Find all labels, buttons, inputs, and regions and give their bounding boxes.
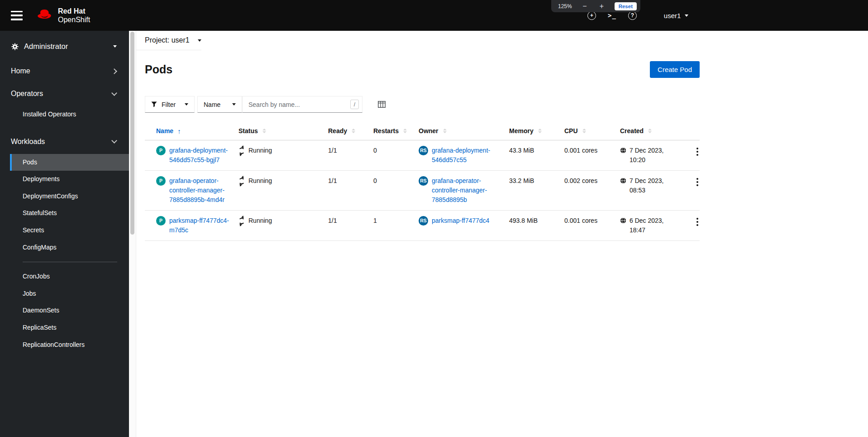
pod-created-cell: 7 Dec 2023, 08:53 (620, 176, 683, 195)
column-label: Memory (509, 127, 534, 134)
sidebar-item-pods[interactable]: Pods (10, 154, 129, 171)
filter-icon (151, 101, 157, 107)
kebab-menu-button[interactable] (696, 176, 698, 186)
sidebar-item-workloads[interactable]: Workloads (0, 130, 129, 153)
perspective-switcher[interactable]: Administrator (0, 31, 129, 60)
help-button[interactable]: ? (628, 11, 637, 20)
sidebar-scrollbar-thumb[interactable] (130, 32, 134, 235)
sidebar-item-cronjobs[interactable]: CronJobs (10, 268, 129, 285)
sidebar-item-deploymentconfigs[interactable]: DeploymentConfigs (10, 188, 129, 205)
column-header-owner[interactable]: Owner (419, 127, 509, 134)
status-text: Running (248, 146, 272, 155)
sidebar-divider (23, 262, 117, 262)
replicaset-badge: RS (419, 176, 428, 186)
workloads-sublist-wrap: Pods Deployments DeploymentConfigs State… (0, 154, 129, 354)
status-text: Running (248, 216, 272, 226)
project-selector-label: Project: user1 (145, 36, 190, 44)
sidebar-section-label: Operators (11, 90, 43, 98)
pod-link[interactable]: grafana-operator-controller-manager-7885… (169, 176, 233, 205)
sidebar-item-replicationcontrollers[interactable]: ReplicationControllers (10, 336, 129, 354)
globe-icon (620, 147, 626, 154)
user-menu[interactable]: user1 (664, 12, 689, 19)
created-text: 6 Dec 2023, 18:47 (630, 216, 678, 235)
main-content: Project: user1 Pods Create Pod Filter Na… (136, 31, 868, 437)
column-header-name[interactable]: Name ↑ (156, 127, 238, 135)
created-text: 7 Dec 2023, 10:20 (630, 146, 678, 165)
status-text: Running (248, 176, 272, 186)
hamburger-bar (11, 19, 23, 20)
kebab-menu-button[interactable] (696, 216, 698, 226)
column-header-status[interactable]: Status (238, 127, 328, 134)
manage-columns-button[interactable] (378, 101, 386, 108)
create-pod-button[interactable]: Create Pod (650, 61, 700, 78)
search-attribute-dropdown[interactable]: Name (197, 96, 242, 113)
pod-created-cell: 7 Dec 2023, 10:20 (620, 146, 683, 165)
quick-add-button[interactable]: + (587, 11, 596, 20)
chevron-right-icon (111, 68, 117, 74)
sidebar-item-operators[interactable]: Operators (0, 82, 129, 105)
hamburger-bar (11, 14, 23, 16)
hamburger-bar (11, 11, 23, 13)
pod-badge: P (156, 146, 166, 155)
column-header-memory[interactable]: Memory (509, 127, 564, 134)
sidebar-scrollbar (129, 31, 136, 437)
columns-icon (378, 101, 386, 108)
owner-link[interactable]: grafana-deployment-546dd57c55 (432, 146, 504, 165)
pod-link[interactable]: parksmap-ff7477dc4-m7d5c (169, 216, 233, 235)
sidebar-item-configmaps[interactable]: ConfigMaps (10, 239, 129, 256)
sort-icon (262, 129, 266, 133)
plus-circle-icon: + (587, 11, 596, 20)
pod-restarts-cell: 0 (373, 146, 419, 155)
chevron-down-icon (111, 138, 117, 144)
column-label: Restarts (373, 127, 399, 134)
owner-link[interactable]: grafana-operator-controller-manager-7885… (432, 176, 504, 205)
sidebar-item-secrets[interactable]: Secrets (10, 222, 129, 239)
column-header-restarts[interactable]: Restarts (373, 127, 419, 134)
sort-icon (648, 129, 652, 133)
column-header-cpu[interactable]: CPU (564, 127, 620, 134)
owner-link[interactable]: parksmap-ff7477dc4 (432, 216, 489, 226)
user-label: user1 (664, 12, 681, 19)
zoom-reset-button[interactable]: Reset (615, 2, 637, 10)
kebab-menu-button[interactable] (696, 146, 698, 156)
pods-table: Name ↑ Status Ready Restarts (145, 122, 700, 241)
sidebar-item-statefulsets[interactable]: StatefulSets (10, 205, 129, 222)
created-text: 7 Dec 2023, 08:53 (630, 176, 678, 195)
column-label: Owner (419, 127, 439, 134)
brand-line2: OpenShift (58, 15, 90, 24)
project-selector[interactable]: Project: user1 (136, 31, 201, 50)
sidebar-item-home[interactable]: Home (0, 60, 129, 82)
pod-ready-cell: 1/1 (328, 216, 373, 226)
column-header-ready[interactable]: Ready (328, 127, 373, 134)
table-row: P grafana-deployment-546dd57c55-bgjl7 Ru… (145, 140, 700, 171)
chevron-down-icon (232, 103, 236, 106)
pod-status-cell: Running (238, 216, 328, 226)
sidebar-section-label: Workloads (11, 138, 45, 146)
sync-running-icon (238, 148, 245, 154)
column-header-created[interactable]: Created (620, 127, 683, 134)
pod-memory-cell: 493.8 MiB (509, 216, 564, 226)
search-input[interactable] (242, 96, 362, 113)
pod-name-cell: P grafana-operator-controller-manager-78… (156, 176, 238, 205)
filter-dropdown[interactable]: Filter (145, 96, 195, 113)
sidebar-item-installed-operators[interactable]: Installed Operators (10, 106, 129, 123)
column-label: Name (156, 127, 173, 134)
zoom-out-button[interactable]: − (581, 3, 589, 10)
table-row: P parksmap-ff7477dc4-m7d5c Running 1/1 1… (145, 211, 700, 241)
browser-zoom-overlay: 125% − + Reset (551, 0, 640, 12)
sidebar-item-deployments[interactable]: Deployments (10, 171, 129, 188)
zoom-in-button[interactable]: + (597, 3, 606, 10)
sidebar-item-replicasets[interactable]: ReplicaSets (10, 319, 129, 336)
column-label: CPU (564, 127, 578, 134)
sidebar-item-jobs[interactable]: Jobs (10, 285, 129, 303)
sidebar-item-daemonsets[interactable]: DaemonSets (10, 302, 129, 319)
web-terminal-button[interactable]: >_ (608, 12, 616, 19)
nav-toggle-button[interactable] (11, 11, 23, 20)
chevron-down-icon (685, 14, 688, 17)
pod-status-cell: Running (238, 146, 328, 155)
sidebar-section-label: Home (11, 67, 30, 75)
perspective-label: Administrator (24, 42, 68, 51)
pod-link[interactable]: grafana-deployment-546dd57c55-bgjl7 (169, 146, 233, 165)
pod-memory-cell: 33.2 MiB (509, 176, 564, 186)
masthead: Red Hat OpenShift + >_ ? user1 (0, 0, 868, 31)
